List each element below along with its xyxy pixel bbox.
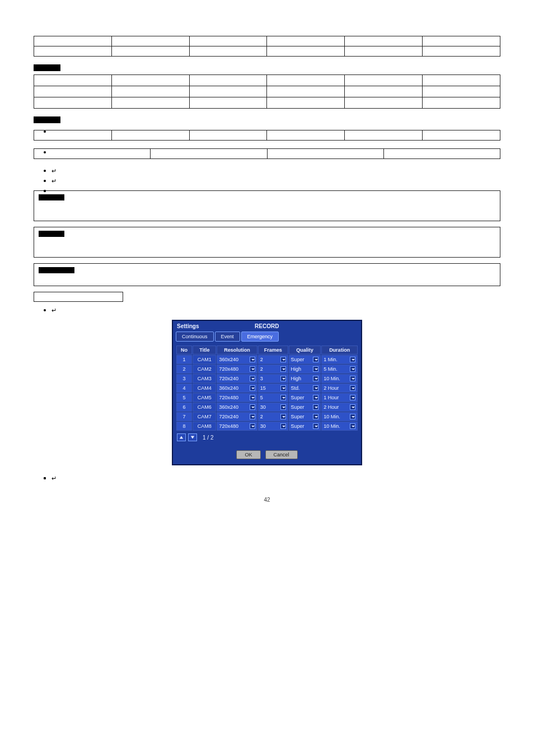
dvr-cell-resolution-dropdown[interactable]: 360x240 bbox=[219, 385, 255, 391]
dvr-cell-resolution-dropdown[interactable]: 720x240 bbox=[219, 376, 255, 381]
dvr-cell-duration-dropdown[interactable]: 1 Hour bbox=[324, 395, 355, 400]
dvr-cell-duration-dropdown[interactable]: 10 Min. bbox=[324, 414, 355, 419]
chevron-down-icon bbox=[280, 423, 286, 429]
dvr-cell-duration: 10 Min. bbox=[321, 374, 358, 383]
dvr-cell-quality-dropdown[interactable]: High bbox=[291, 376, 319, 381]
dvr-cell-frames-value: 3 bbox=[260, 376, 279, 381]
dvr-cell-quality-dropdown[interactable]: Super bbox=[291, 414, 319, 419]
dvr-cell-resolution: 360x240 bbox=[217, 355, 257, 364]
dvr-cell-resolution: 720x480 bbox=[217, 365, 257, 374]
dvr-cell-duration: 1 Min. bbox=[321, 355, 358, 364]
dvr-cell-duration-value: 2 Hour bbox=[324, 404, 348, 410]
dvr-cell-duration-dropdown[interactable]: 1 Min. bbox=[324, 357, 355, 362]
dvr-cell-resolution-dropdown[interactable]: 720x480 bbox=[219, 423, 255, 429]
pager-up-button[interactable] bbox=[177, 433, 186, 441]
dvr-cell-resolution-dropdown[interactable]: 720x480 bbox=[219, 395, 255, 400]
dvr-cell-resolution: 360x240 bbox=[217, 403, 257, 412]
chevron-down-icon bbox=[250, 376, 255, 381]
dvr-table: NoTitleResolutionFramesQualityDuration 1… bbox=[176, 345, 358, 431]
chevron-down-icon bbox=[350, 414, 355, 419]
dvr-cell-duration: 10 Min. bbox=[321, 412, 358, 421]
chevron-down-icon bbox=[280, 414, 286, 419]
dvr-cell-frames-dropdown[interactable]: 3 bbox=[260, 376, 286, 381]
dvr-cell-duration-value: 5 Min. bbox=[324, 366, 348, 372]
dvr-cell-quality-dropdown[interactable]: Super bbox=[291, 395, 319, 400]
note-1-label bbox=[39, 194, 64, 200]
dvr-cell-quality-dropdown[interactable]: Std. bbox=[291, 385, 319, 391]
section-quality-heading bbox=[34, 64, 60, 71]
dvr-cell-frames-dropdown[interactable]: 2 bbox=[260, 366, 286, 372]
dvr-cell-resolution: 720x480 bbox=[217, 422, 257, 431]
dvr-cell-quality-dropdown[interactable]: High bbox=[291, 366, 319, 372]
chevron-down-icon bbox=[313, 385, 318, 391]
page-number: 42 bbox=[34, 497, 500, 503]
dvr-cell-resolution: 720x480 bbox=[217, 393, 257, 402]
section-audio-heading bbox=[34, 116, 60, 123]
dvr-cell-frames-dropdown[interactable]: 2 bbox=[260, 414, 286, 419]
dvr-cell-resolution: 720x240 bbox=[217, 412, 257, 421]
dvr-cell-frames: 15 bbox=[258, 384, 288, 393]
table-audio-1 bbox=[34, 130, 500, 141]
dvr-row: 1CAM1360x2402Super1 Min. bbox=[176, 355, 358, 364]
emergency-button-label-box bbox=[34, 292, 123, 302]
dvr-cell-resolution-dropdown[interactable]: 720x480 bbox=[219, 366, 255, 372]
table-quality bbox=[34, 74, 500, 109]
ok-button[interactable]: OK bbox=[236, 450, 260, 459]
dvr-cell-quality: Super bbox=[289, 393, 321, 402]
chevron-down-icon bbox=[313, 395, 318, 400]
dvr-cell-quality: Super bbox=[289, 412, 321, 421]
dvr-cell-duration-dropdown[interactable]: 10 Min. bbox=[324, 376, 355, 381]
dvr-cell-resolution-dropdown[interactable]: 360x240 bbox=[219, 404, 255, 410]
chevron-down-icon bbox=[313, 366, 318, 372]
dvr-cell-frames-dropdown[interactable]: 2 bbox=[260, 357, 286, 362]
chevron-down-icon bbox=[350, 366, 355, 372]
chevron-down-icon bbox=[250, 366, 255, 372]
dvr-cell-resolution-value: 720x480 bbox=[219, 366, 247, 372]
dvr-cell-quality-value: Std. bbox=[291, 385, 312, 391]
dvr-cell-duration-value: 10 Min. bbox=[324, 376, 348, 381]
chevron-down-icon bbox=[313, 404, 318, 410]
dvr-cell-frames: 3 bbox=[258, 374, 288, 383]
dvr-cell-no: 4 bbox=[176, 384, 192, 393]
dvr-cell-quality-value: Super bbox=[291, 395, 312, 400]
dvr-title-left: Settings bbox=[177, 323, 199, 329]
dvr-cell-no: 5 bbox=[176, 393, 192, 402]
dvr-cell-duration-dropdown[interactable]: 2 Hour bbox=[324, 404, 355, 410]
chevron-down-icon bbox=[350, 395, 355, 400]
dvr-cell-duration-dropdown[interactable]: 10 Min. bbox=[324, 423, 355, 429]
dvr-cell-quality-dropdown[interactable]: Super bbox=[291, 423, 319, 429]
dvr-row: 5CAM5720x4805Super1 Hour bbox=[176, 393, 358, 402]
dvr-tab-continuous[interactable]: Continuous bbox=[176, 332, 214, 342]
dvr-cell-frames-dropdown[interactable]: 5 bbox=[260, 395, 286, 400]
dvr-cell-duration: 10 Min. bbox=[321, 422, 358, 431]
dvr-cell-quality: High bbox=[289, 365, 321, 374]
dvr-cell-title: CAM6 bbox=[193, 403, 216, 412]
dvr-cell-frames: 30 bbox=[258, 422, 288, 431]
dvr-cell-quality-dropdown[interactable]: Super bbox=[291, 357, 319, 362]
enter-icon: ↵ bbox=[51, 178, 57, 184]
chevron-down-icon bbox=[350, 376, 355, 381]
dvr-tab-event[interactable]: Event bbox=[215, 332, 240, 342]
dvr-cell-resolution-dropdown[interactable]: 360x240 bbox=[219, 357, 255, 362]
cancel-button[interactable]: Cancel bbox=[265, 450, 298, 459]
pager-down-button[interactable] bbox=[188, 433, 197, 441]
dvr-cell-duration-dropdown[interactable]: 5 Min. bbox=[324, 366, 355, 372]
dvr-cell-quality-dropdown[interactable]: Super bbox=[291, 404, 319, 410]
dvr-cell-frames: 2 bbox=[258, 412, 288, 421]
pager-text: 1 / 2 bbox=[203, 435, 213, 441]
dvr-cell-frames-dropdown[interactable]: 30 bbox=[260, 423, 286, 429]
chevron-down-icon bbox=[250, 414, 255, 419]
dvr-cell-frames-dropdown[interactable]: 30 bbox=[260, 404, 286, 410]
dvr-cell-duration-dropdown[interactable]: 2 Hour bbox=[324, 385, 355, 391]
dvr-cell-duration-value: 10 Min. bbox=[324, 423, 348, 429]
chevron-down-icon bbox=[350, 357, 355, 362]
dvr-cell-frames-value: 15 bbox=[260, 385, 279, 391]
dvr-cell-resolution-dropdown[interactable]: 720x240 bbox=[219, 414, 255, 419]
dvr-tab-emergency[interactable]: Emergency bbox=[241, 332, 279, 342]
chevron-down-icon bbox=[250, 357, 255, 362]
dvr-col-resolution: Resolution bbox=[217, 346, 257, 354]
dvr-cell-frames-dropdown[interactable]: 15 bbox=[260, 385, 286, 391]
dvr-cell-no: 3 bbox=[176, 374, 192, 383]
emergency-bullet: ↵ bbox=[44, 306, 500, 314]
audio-bullet: ↵ bbox=[44, 177, 500, 185]
